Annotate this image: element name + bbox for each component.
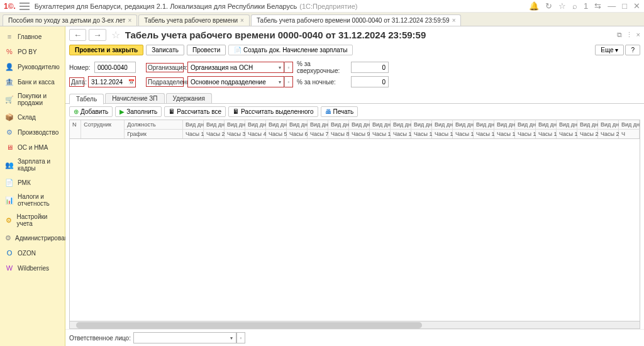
col-hours[interactable]: Часы 18 (536, 129, 557, 138)
sidebar-item[interactable]: OOZON (0, 245, 65, 260)
post-close-button[interactable]: Провести и закрыть (69, 45, 143, 55)
col-day-type[interactable]: Вид дня 9 (349, 120, 370, 129)
col-day-type[interactable]: Вид дня (598, 120, 619, 129)
write-button[interactable]: Записать (146, 45, 184, 55)
col-day-type[interactable]: Вид дня 6 (287, 120, 308, 129)
col-day-type[interactable]: Вид дня (453, 120, 474, 129)
open-icon[interactable]: ▫ (236, 332, 245, 343)
post-button[interactable]: Провести (187, 45, 226, 55)
col-graf[interactable]: График (125, 129, 183, 138)
menu-icon[interactable] (19, 3, 30, 10)
sidebar-item[interactable]: 📊Налоги и отчетность (0, 190, 65, 210)
col-hours[interactable]: Часы 15 (474, 129, 494, 138)
dropdown-icon[interactable]: ▾ (275, 62, 284, 73)
tab-close-icon[interactable]: × (240, 17, 244, 24)
col-day-type[interactable]: Вид дня (370, 120, 391, 129)
col-n[interactable]: N (70, 120, 81, 138)
settings-icon[interactable]: ⇆ (594, 1, 601, 11)
open-icon[interactable]: ▫ (284, 76, 293, 87)
close-icon[interactable]: ✕ (633, 1, 640, 11)
col-hours[interactable]: Часы 4 (245, 129, 266, 138)
date-field[interactable]: 📅 (88, 76, 136, 87)
responsible-combo[interactable]: ▾ ▫ (133, 332, 245, 343)
tab-close-icon[interactable]: × (128, 17, 131, 24)
grid[interactable]: NСотрудникДолжностьГрафикВид дня 1Часы 1… (69, 120, 640, 329)
nav-back-button[interactable]: ← (69, 29, 86, 41)
col-hours[interactable]: Ч (619, 129, 640, 138)
col-hours[interactable]: Часы 19 (557, 129, 577, 138)
dropdown-icon[interactable]: ▾ (228, 332, 236, 343)
org-combo[interactable]: ▾ ▫ (187, 62, 293, 73)
col-hours[interactable]: Часы 21 (598, 129, 619, 138)
col-hours[interactable]: Часы 16 (494, 129, 515, 138)
col-hours[interactable]: Часы 12 (411, 129, 432, 138)
col-day-type[interactable]: Вид дня 2 (619, 120, 640, 129)
sidebar-item[interactable]: %PO BY (0, 44, 65, 59)
subtab-deduct[interactable]: Удержания (166, 93, 212, 104)
minimize-icon[interactable]: — (608, 1, 616, 11)
bell-icon[interactable]: 🔔 (529, 1, 539, 11)
add-button[interactable]: ⊕Добавить (69, 106, 113, 117)
col-emp[interactable]: Сотрудник (81, 120, 125, 138)
sidebar-item[interactable]: 🖥ОС и НМА (0, 140, 65, 155)
recalc-sel-button[interactable]: 🖩Рассчитать выделенного (228, 106, 318, 117)
night-field[interactable] (351, 76, 389, 87)
star-icon[interactable]: ☆ (558, 1, 566, 11)
col-day-type[interactable]: Вид дня 4 (245, 120, 266, 129)
doc-options-icon[interactable]: ⋮ (626, 31, 633, 39)
open-icon[interactable]: ▫ (284, 62, 293, 73)
sidebar-item[interactable]: 📄РМК (0, 175, 65, 190)
overtime-field[interactable] (351, 62, 389, 73)
col-day-type[interactable]: Вид дня (432, 120, 453, 129)
col-hours[interactable]: Часы 9 (349, 129, 370, 138)
col-day-type[interactable]: Вид дня 1 (183, 120, 204, 129)
tab-timesheet-list[interactable]: Табель учета рабочего времени× (138, 14, 250, 26)
col-hours[interactable]: Часы 5 (266, 129, 287, 138)
col-hours[interactable]: Часы 20 (577, 129, 598, 138)
sidebar-item[interactable]: 👥Зарплата и кадры (0, 155, 65, 175)
sidebar-item[interactable]: 🛒Покупки и продажи (0, 89, 65, 109)
col-hours[interactable]: Часы 13 (432, 129, 453, 138)
col-day-type[interactable]: Вид дня (391, 120, 411, 129)
col-hours[interactable]: Часы 6 (287, 129, 308, 138)
col-hours[interactable]: Часы 17 (515, 129, 536, 138)
recalc-button[interactable]: 🖩Рассчитать все (164, 106, 226, 117)
col-hours[interactable]: Часы 11 (391, 129, 411, 138)
col-day-type[interactable]: Вид дня (577, 120, 598, 129)
col-day-type[interactable]: Вид дня (474, 120, 494, 129)
horizontal-scrollbar[interactable] (70, 321, 640, 328)
create-doc-button[interactable]: 📄 Создать док. Начисление зарплаты (228, 45, 353, 55)
tab-benefits[interactable]: Пособия по уходу за детьми до 3-ех лет× (3, 14, 137, 26)
open-window-icon[interactable]: ⧉ (617, 31, 622, 39)
col-hours[interactable]: Часы 3 (225, 129, 245, 138)
maximize-icon[interactable]: □ (622, 1, 627, 11)
sidebar-item[interactable]: ⚙Настройки учета (0, 210, 65, 230)
col-day-type[interactable]: Вид дня 3 (225, 120, 245, 129)
col-hours[interactable]: Часы 10 (370, 129, 391, 138)
col-hours[interactable]: Часы 14 (453, 129, 474, 138)
tab-close-icon[interactable]: × (452, 17, 456, 24)
tab-timesheet-doc[interactable]: Табель учета рабочего времени 0000-0040 … (251, 14, 462, 26)
fill-button[interactable]: ▶Заполнить (115, 106, 162, 117)
col-day-type[interactable]: Вид дня 2 (204, 120, 225, 129)
col-day-type[interactable]: Вид дня (536, 120, 557, 129)
sidebar-item[interactable]: 📦Склад (0, 109, 65, 125)
dept-combo[interactable]: ▾ ▫ (187, 76, 293, 87)
col-day-type[interactable]: Вид дня (494, 120, 515, 129)
help-button[interactable]: ? (625, 45, 640, 55)
subtab-timesheet[interactable]: Табель (69, 94, 104, 104)
col-hours[interactable]: Часы 7 (308, 129, 328, 138)
print-button[interactable]: 🖶Печать (321, 106, 358, 117)
sidebar-item[interactable]: ⚙Производство (0, 125, 65, 140)
col-day-type[interactable]: Вид дня 7 (308, 120, 328, 129)
col-day-type[interactable]: Вид дня 5 (266, 120, 287, 129)
search-icon[interactable]: ⌕ (572, 1, 577, 11)
col-hours[interactable]: Часы 1 (183, 129, 204, 138)
calendar-icon[interactable]: 📅 (127, 76, 136, 87)
col-day-type[interactable]: Вид дня (557, 120, 577, 129)
sidebar-item[interactable]: ⚙Администрирование (0, 230, 65, 245)
sidebar-item[interactable]: 👤Руководителю (0, 59, 65, 74)
col-day-type[interactable]: Вид дня (515, 120, 536, 129)
col-day-type[interactable]: Вид дня (411, 120, 432, 129)
col-pos[interactable]: Должность (125, 120, 183, 129)
